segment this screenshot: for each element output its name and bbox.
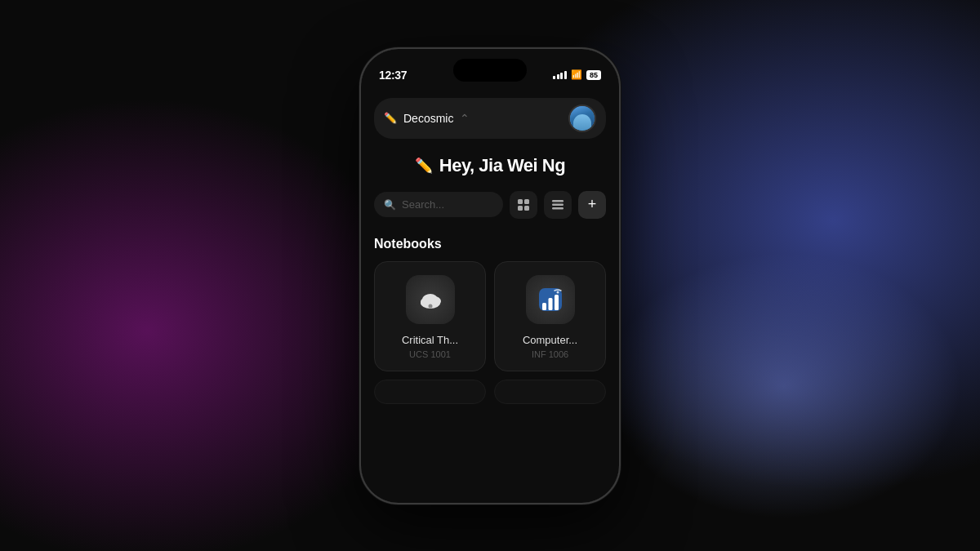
signal-icon bbox=[553, 71, 567, 79]
greeting-icon: ✏️ bbox=[415, 157, 433, 175]
svg-rect-3 bbox=[524, 206, 529, 211]
workspace-left: ✏️ Decosmic ⌃ bbox=[384, 112, 470, 125]
svg-rect-16 bbox=[555, 295, 559, 310]
notebook-card-4-partial bbox=[494, 380, 606, 404]
notebooks-grid: Critical Th... UCS 1001 bbox=[374, 261, 606, 371]
wifi-icon: 📶 bbox=[571, 69, 582, 80]
notebook-card-2[interactable]: Computer... INF 1006 bbox=[494, 261, 606, 371]
search-bar[interactable]: 🔍 Search... bbox=[374, 192, 503, 217]
svg-rect-1 bbox=[524, 199, 529, 204]
svg-rect-2 bbox=[518, 206, 523, 211]
workspace-bar[interactable]: ✏️ Decosmic ⌃ bbox=[374, 98, 606, 139]
greeting-section: ✏️ Hey, Jia Wei Ng bbox=[374, 155, 606, 176]
workspace-name: Decosmic bbox=[403, 112, 453, 125]
search-placeholder: Search... bbox=[402, 198, 444, 211]
phone-screen: 12:37 📶 85 ✏️ Decosm bbox=[361, 49, 619, 503]
notebook-2-title: Computer... bbox=[523, 334, 577, 346]
svg-point-12 bbox=[428, 304, 432, 308]
notebook-1-subtitle: UCS 1001 bbox=[409, 349, 451, 359]
search-row: 🔍 Search... bbox=[374, 191, 606, 219]
svg-rect-4 bbox=[552, 200, 564, 202]
status-icons: 📶 85 bbox=[553, 69, 601, 80]
phone-content: ✏️ Decosmic ⌃ ✏️ Hey, Jia Wei Ng 🔍 bbox=[361, 90, 619, 503]
phone-device: 12:37 📶 85 ✏️ Decosm bbox=[359, 47, 621, 504]
workspace-chevron-icon: ⌃ bbox=[460, 112, 470, 125]
cloud-icon bbox=[416, 285, 445, 314]
status-time: 12:37 bbox=[379, 69, 407, 82]
search-icon: 🔍 bbox=[384, 199, 396, 211]
battery-icon: 85 bbox=[586, 70, 601, 80]
svg-rect-5 bbox=[552, 203, 564, 206]
notebook-1-icon-wrap bbox=[406, 275, 455, 324]
grid-icon bbox=[517, 198, 530, 211]
notebooks-bottom-row bbox=[374, 380, 606, 404]
greeting-text: Hey, Jia Wei Ng bbox=[439, 155, 565, 176]
svg-rect-14 bbox=[542, 303, 546, 310]
chart-icon bbox=[536, 285, 565, 314]
grid-view-button[interactable] bbox=[510, 191, 537, 219]
notebook-card-1[interactable]: Critical Th... UCS 1001 bbox=[374, 261, 486, 371]
notebooks-title: Notebooks bbox=[374, 237, 606, 251]
notebooks-section: Notebooks bbox=[374, 237, 606, 404]
avatar-silhouette bbox=[573, 114, 591, 132]
avatar-image bbox=[570, 106, 595, 131]
svg-point-11 bbox=[422, 295, 434, 304]
workspace-edit-icon: ✏️ bbox=[384, 112, 397, 124]
svg-rect-6 bbox=[552, 207, 564, 210]
add-button[interactable]: + bbox=[578, 191, 606, 219]
svg-rect-15 bbox=[548, 298, 552, 310]
list-view-button[interactable] bbox=[544, 191, 572, 219]
svg-rect-0 bbox=[518, 199, 523, 204]
svg-point-17 bbox=[556, 291, 559, 293]
list-icon bbox=[551, 200, 564, 210]
notebook-1-title: Critical Th... bbox=[402, 334, 458, 346]
avatar[interactable] bbox=[568, 104, 596, 132]
notebook-2-icon-wrap bbox=[526, 275, 575, 324]
notebook-card-3-partial bbox=[374, 380, 486, 404]
dynamic-island bbox=[453, 59, 527, 82]
notebook-2-subtitle: INF 1006 bbox=[532, 349, 568, 359]
add-icon: + bbox=[588, 196, 597, 213]
